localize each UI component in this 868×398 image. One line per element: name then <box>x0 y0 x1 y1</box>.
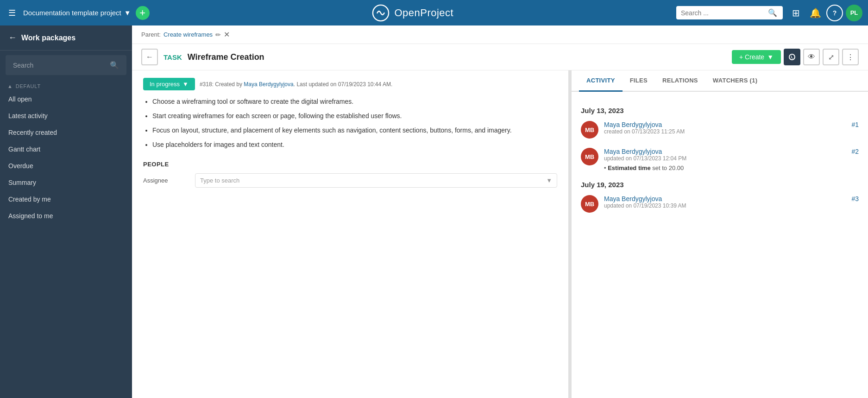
breadcrumb-parent-link[interactable]: Create wireframes <box>164 31 213 38</box>
date-separator-1: July 13, 2023 <box>581 107 859 114</box>
breadcrumb-parent-label: Parent: <box>141 31 161 38</box>
sidebar-search-icon: 🔍 <box>110 61 119 69</box>
grid-icon[interactable]: ⊞ <box>787 5 804 21</box>
add-project-button[interactable]: + <box>136 6 150 20</box>
activity-avatar-3: MB <box>581 195 598 213</box>
wp-type: TASK <box>164 53 182 61</box>
activity-number-2[interactable]: #2 <box>851 148 859 155</box>
bullet-item-3: Focus on layout, structure, and placemen… <box>152 126 557 135</box>
notifications-icon[interactable]: 🔔 <box>807 5 824 21</box>
global-search-input[interactable] <box>681 9 764 17</box>
right-pane: ACTIVITY FILES RELATIONS WATCHERS (1) Ju… <box>572 70 868 398</box>
top-navigation: ☰ Documentation template project ▼ + Ope… <box>0 0 868 25</box>
activity-number-1[interactable]: #1 <box>851 121 859 128</box>
tab-activity[interactable]: ACTIVITY <box>579 70 623 92</box>
meta-author-link[interactable]: Maya Berdygylyjova <box>244 81 293 88</box>
breadcrumb-close-icon[interactable]: ✕ <box>224 30 230 39</box>
content-area: Parent: Create wireframes ✏ ✕ ← TASK Wir… <box>132 25 868 398</box>
watch-icon-button[interactable]: 👁 <box>803 49 820 65</box>
split-pane: In progress ▼ #318: Created by Maya Berd… <box>132 70 868 398</box>
sidebar-search-box[interactable]: 🔍 <box>6 55 126 75</box>
sidebar-item-summary[interactable]: Summary <box>0 174 132 191</box>
tab-watchers[interactable]: WATCHERS (1) <box>705 70 765 92</box>
assignee-row: Assignee Type to search ▼ <box>143 173 557 188</box>
project-title[interactable]: Documentation template project ▼ <box>23 9 131 17</box>
project-dropdown-arrow: ▼ <box>124 9 131 17</box>
breadcrumb-edit-icon[interactable]: ✏ <box>215 31 221 38</box>
activity-body-3: Maya Berdygylyjova updated on 07/19/2023… <box>604 195 846 209</box>
date-separator-2: July 19, 2023 <box>581 181 859 189</box>
status-meta: #318: Created by Maya Berdygylyjova. Las… <box>200 81 392 88</box>
search-icon: 🔍 <box>768 8 777 17</box>
logo: OpenProject <box>154 4 672 22</box>
sidebar-item-created-by-me[interactable]: Created by me <box>0 191 132 208</box>
more-icon: ⋮ <box>847 53 854 62</box>
sidebar-item-overdue[interactable]: Overdue <box>0 158 132 174</box>
tab-relations[interactable]: RELATIONS <box>655 70 705 92</box>
more-icon-button[interactable]: ⋮ <box>842 49 859 65</box>
sidebar-header: ← Work packages <box>0 25 132 51</box>
people-section-title: PEOPLE <box>143 161 557 168</box>
sidebar: ← Work packages 🔍 ▲ DEFAULT All open Lat… <box>0 25 132 398</box>
bullet-item-2: Start creating wireframes for each scree… <box>152 111 557 121</box>
nav-icons: ⊞ 🔔 ? PL <box>787 5 862 21</box>
main-layout: ← Work packages 🔍 ▲ DEFAULT All open Lat… <box>0 25 868 398</box>
assignee-label: Assignee <box>143 177 189 184</box>
avatar[interactable]: PL <box>846 5 862 21</box>
global-search-box[interactable]: 🔍 <box>676 6 783 19</box>
hamburger-icon[interactable]: ☰ <box>6 5 19 21</box>
expand-icon-button[interactable]: ⤢ <box>823 49 839 65</box>
activity-tabs: ACTIVITY FILES RELATIONS WATCHERS (1) <box>572 70 868 92</box>
assignee-placeholder: Type to search <box>200 177 239 184</box>
sidebar-item-recently-created[interactable]: Recently created <box>0 124 132 141</box>
activity-time-1: created on 07/13/2023 11:25 AM <box>604 128 846 135</box>
logo-text: OpenProject <box>394 7 453 19</box>
meta-prefix: #318: Created by <box>200 81 244 88</box>
activity-number-3[interactable]: #3 <box>851 195 859 202</box>
activity-name-2[interactable]: Maya Berdygylyjova <box>604 148 662 155</box>
sidebar-back-arrow[interactable]: ← <box>8 33 17 43</box>
activity-icon-button[interactable] <box>784 49 800 65</box>
eye-icon: 👁 <box>808 53 815 61</box>
assignee-input[interactable]: Type to search ▼ <box>195 173 557 188</box>
sidebar-item-assigned-to-me[interactable]: Assigned to me <box>0 208 132 224</box>
status-badge[interactable]: In progress ▼ <box>143 78 195 90</box>
help-icon[interactable]: ? <box>826 5 843 21</box>
wp-actions: + Create ▼ 👁 ⤢ ⋮ <box>732 49 859 65</box>
work-package-header: ← TASK Wireframe Creation + Create ▼ 👁 ⤢ <box>132 44 868 70</box>
create-dropdown-arrow: ▼ <box>767 53 774 61</box>
sidebar-section-text: DEFAULT <box>16 83 41 89</box>
bullet-item-4: Use placeholders for images and text con… <box>152 140 557 150</box>
activity-name-1[interactable]: Maya Berdygylyjova <box>604 121 662 128</box>
sidebar-item-latest-activity[interactable]: Latest activity <box>0 107 132 124</box>
project-title-text: Documentation template project <box>23 9 121 17</box>
activity-time-3: updated on 07/19/2023 10:39 AM <box>604 202 846 209</box>
description-list: Choose a wireframing tool or software to… <box>143 97 557 150</box>
sidebar-search-input[interactable] <box>13 62 106 69</box>
sidebar-item-gantt-chart[interactable]: Gantt chart <box>0 141 132 158</box>
expand-icon: ⤢ <box>828 53 834 62</box>
wp-title: Wireframe Creation <box>188 52 264 62</box>
left-pane: In progress ▼ #318: Created by Maya Berd… <box>132 70 569 398</box>
activity-content: July 13, 2023 MB Maya Berdygylyjova crea… <box>572 92 868 229</box>
assignee-dropdown-arrow: ▼ <box>546 177 552 184</box>
sidebar-item-all-open[interactable]: All open <box>0 91 132 107</box>
status-dropdown-arrow: ▼ <box>182 81 189 88</box>
create-button[interactable]: + Create ▼ <box>732 50 781 64</box>
sidebar-section-label: ▲ DEFAULT <box>0 80 132 91</box>
status-row: In progress ▼ #318: Created by Maya Berd… <box>143 78 557 90</box>
wp-back-button[interactable]: ← <box>141 49 158 65</box>
sidebar-caret-icon: ▲ <box>7 83 13 89</box>
activity-body-2: Maya Berdygylyjova updated on 07/13/2023… <box>604 148 846 171</box>
activity-item-1: MB Maya Berdygylyjova created on 07/13/2… <box>581 121 859 139</box>
activity-item-2: MB Maya Berdygylyjova updated on 07/13/2… <box>581 148 859 171</box>
breadcrumb: Parent: Create wireframes ✏ ✕ <box>132 25 868 44</box>
activity-item-3: MB Maya Berdygylyjova updated on 07/19/2… <box>581 195 859 213</box>
activity-detail-2: • Estimated time set to 20.00 <box>604 164 846 171</box>
meta-suffix: . Last updated on 07/19/2023 10:44 AM. <box>294 81 393 88</box>
activity-name-3[interactable]: Maya Berdygylyjova <box>604 195 662 202</box>
sidebar-title: Work packages <box>21 34 75 42</box>
bullet-item-1: Choose a wireframing tool or software to… <box>152 97 557 107</box>
status-label: In progress <box>150 81 180 88</box>
tab-files[interactable]: FILES <box>623 70 655 92</box>
